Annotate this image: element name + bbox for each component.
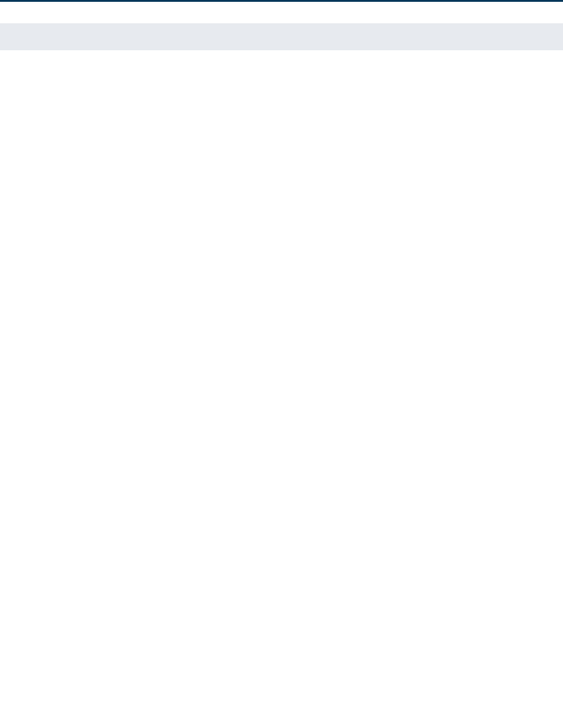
top-border-bar [0,0,563,23]
header-gray-bar [0,23,563,50]
